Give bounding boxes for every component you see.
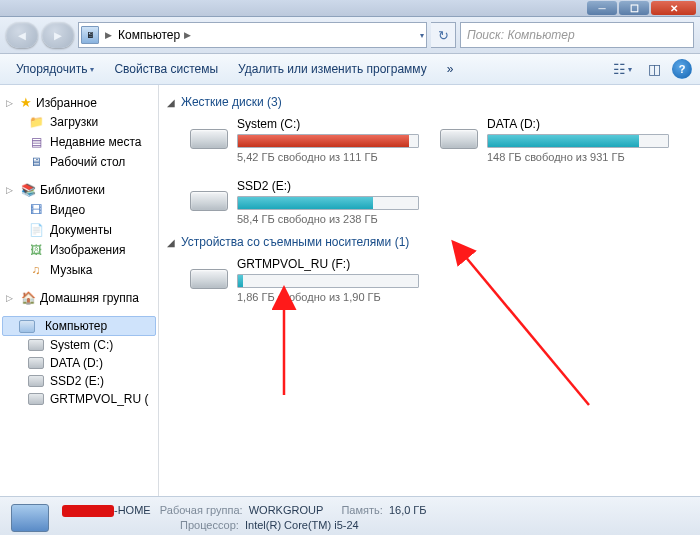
document-icon: 📄 (28, 222, 44, 238)
drive-name: System (C:) (237, 117, 421, 131)
drive-icon (28, 339, 44, 351)
drive-c[interactable]: System (C:) 5,42 ГБ свободно из 111 ГБ (189, 117, 421, 163)
minimize-button[interactable]: ─ (587, 1, 617, 15)
collapse-icon: ▷ (6, 98, 16, 108)
usage-bar (487, 134, 669, 148)
star-icon: ★ (20, 95, 32, 110)
view-options-button[interactable]: ☷▾ (608, 57, 636, 81)
sidebar: ▷ ★ Избранное 📁Загрузки ▤Недавние места … (0, 85, 159, 496)
usage-bar (237, 134, 419, 148)
sidebar-drive-c[interactable]: System (C:) (0, 336, 158, 354)
system-properties-button[interactable]: Свойства системы (106, 58, 226, 80)
forward-button[interactable]: ► (42, 22, 74, 48)
collapse-icon: ▷ (6, 293, 16, 303)
drive-icon (189, 257, 229, 289)
navbar: ◄ ► 🖥 ▶ Компьютер ▶ ▾ ↻ Поиск: Компьютер (0, 17, 700, 54)
address-bar[interactable]: 🖥 ▶ Компьютер ▶ ▾ (78, 22, 427, 48)
usage-bar (237, 274, 419, 288)
toolbar-overflow[interactable]: » (439, 58, 462, 80)
sidebar-drive-f[interactable]: GRTMPVOL_RU ( (0, 390, 158, 408)
free-space-text: 1,86 ГБ свободно из 1,90 ГБ (237, 291, 421, 303)
sidebar-favorites-header[interactable]: ▷ ★ Избранное (0, 93, 158, 112)
drive-name: DATA (D:) (487, 117, 671, 131)
content-pane: ◢ Жесткие диски (3) System (C:) 5,42 ГБ … (159, 85, 700, 496)
sidebar-libraries-header[interactable]: ▷ 📚 Библиотеки (0, 180, 158, 200)
video-icon: 🎞 (28, 202, 44, 218)
drive-icon (28, 375, 44, 387)
refresh-button[interactable]: ↻ (431, 22, 456, 48)
status-text: -HOME Рабочая группа: WORKGROUP Память: … (62, 503, 427, 533)
drive-e[interactable]: SSD2 (E:) 58,4 ГБ свободно из 238 ГБ (189, 179, 421, 225)
usage-bar (237, 196, 419, 210)
collapse-icon: ▷ (6, 185, 16, 195)
sidebar-drive-d[interactable]: DATA (D:) (0, 354, 158, 372)
maximize-button[interactable]: ☐ (619, 1, 649, 15)
free-space-text: 58,4 ГБ свободно из 238 ГБ (237, 213, 421, 225)
preview-pane-button[interactable]: ◫ (640, 57, 668, 81)
drive-icon (28, 393, 44, 405)
sidebar-drive-e[interactable]: SSD2 (E:) (0, 372, 158, 390)
recent-icon: ▤ (28, 134, 44, 150)
sidebar-desktop[interactable]: 🖥Рабочий стол (0, 152, 158, 172)
drive-name: GRTMPVOL_RU (F:) (237, 257, 421, 271)
collapse-icon: ◢ (167, 97, 175, 108)
free-space-text: 5,42 ГБ свободно из 111 ГБ (237, 151, 421, 163)
drive-icon (28, 357, 44, 369)
drive-icon (439, 117, 479, 149)
sidebar-computer[interactable]: Компьютер (2, 316, 156, 336)
chevron-right-icon[interactable]: ▶ (103, 30, 114, 40)
sidebar-pictures[interactable]: 🖼Изображения (0, 240, 158, 260)
libraries-icon: 📚 (20, 182, 36, 198)
drive-name: SSD2 (E:) (237, 179, 421, 193)
pictures-icon: 🖼 (28, 242, 44, 258)
close-button[interactable]: ✕ (651, 1, 696, 15)
breadcrumb[interactable]: Компьютер ▶ (118, 28, 416, 42)
search-input[interactable]: Поиск: Компьютер (460, 22, 694, 48)
crumb-computer[interactable]: Компьютер (118, 28, 180, 42)
free-space-text: 148 ГБ свободно из 931 ГБ (487, 151, 671, 163)
drive-icon (189, 179, 229, 211)
address-dropdown[interactable]: ▾ (420, 31, 424, 40)
music-icon: ♫ (28, 262, 44, 278)
sidebar-music[interactable]: ♫Музыка (0, 260, 158, 280)
folder-icon: 📁 (28, 114, 44, 130)
computer-icon: 🖥 (81, 26, 99, 44)
search-placeholder: Поиск: Компьютер (467, 28, 575, 42)
status-bar: -HOME Рабочая группа: WORKGROUP Память: … (0, 496, 700, 535)
drive-icon (189, 117, 229, 149)
toolbar: Упорядочить▾ Свойства системы Удалить ил… (0, 54, 700, 85)
computer-icon (8, 501, 52, 535)
titlebar: ─ ☐ ✕ (0, 0, 700, 17)
sidebar-recent[interactable]: ▤Недавние места (0, 132, 158, 152)
sidebar-homegroup-header[interactable]: ▷ 🏠 Домашняя группа (0, 288, 158, 308)
chevron-right-icon[interactable]: ▶ (182, 30, 193, 40)
homegroup-icon: 🏠 (20, 290, 36, 306)
explorer-window: ─ ☐ ✕ ◄ ► 🖥 ▶ Компьютер ▶ ▾ ↻ Поиск: Ком… (0, 0, 700, 535)
computer-icon (19, 320, 35, 333)
drive-d[interactable]: DATA (D:) 148 ГБ свободно из 931 ГБ (439, 117, 671, 163)
organize-button[interactable]: Упорядочить▾ (8, 58, 102, 80)
sidebar-downloads[interactable]: 📁Загрузки (0, 112, 158, 132)
collapse-icon: ◢ (167, 237, 175, 248)
help-button[interactable]: ? (672, 59, 692, 79)
sidebar-videos[interactable]: 🎞Видео (0, 200, 158, 220)
category-removable[interactable]: ◢ Устройства со съемными носителями (1) (167, 235, 692, 249)
sidebar-documents[interactable]: 📄Документы (0, 220, 158, 240)
drive-f[interactable]: GRTMPVOL_RU (F:) 1,86 ГБ свободно из 1,9… (189, 257, 421, 303)
desktop-icon: 🖥 (28, 154, 44, 170)
uninstall-program-button[interactable]: Удалить или изменить программу (230, 58, 435, 80)
back-button[interactable]: ◄ (6, 22, 38, 48)
redaction-mark (62, 505, 114, 517)
category-hard-drives[interactable]: ◢ Жесткие диски (3) (167, 95, 692, 109)
